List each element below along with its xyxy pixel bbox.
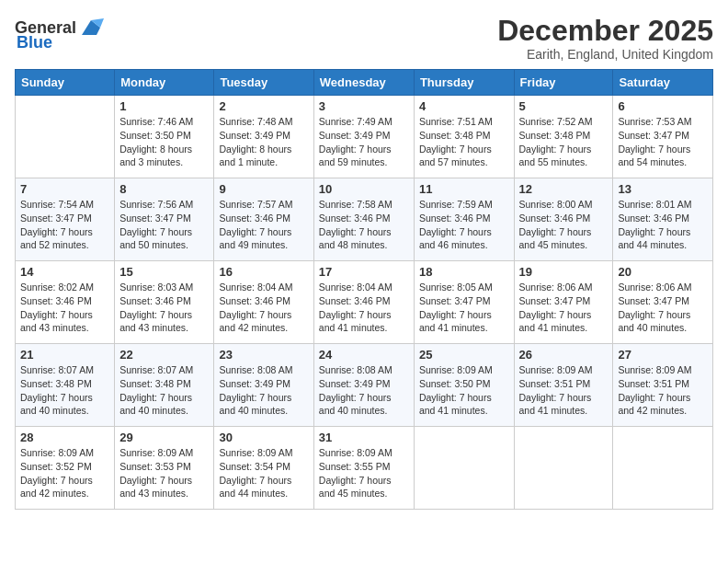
calendar-cell: 24Sunrise: 8:08 AMSunset: 3:49 PMDayligh… bbox=[313, 344, 414, 427]
week-row-2: 14Sunrise: 8:02 AMSunset: 3:46 PMDayligh… bbox=[16, 261, 713, 344]
day-number: 7 bbox=[20, 182, 109, 196]
cell-info: Sunrise: 8:09 AMSunset: 3:51 PMDaylight:… bbox=[519, 364, 593, 416]
calendar-cell bbox=[414, 427, 514, 510]
day-number: 10 bbox=[319, 182, 409, 196]
cell-info: Sunrise: 7:52 AMSunset: 3:48 PMDaylight:… bbox=[519, 116, 593, 167]
calendar-cell: 25Sunrise: 8:09 AMSunset: 3:50 PMDayligh… bbox=[414, 344, 514, 427]
calendar-cell: 23Sunrise: 8:08 AMSunset: 3:49 PMDayligh… bbox=[214, 344, 313, 427]
day-number: 9 bbox=[219, 182, 308, 196]
header-monday: Monday bbox=[115, 70, 214, 96]
cell-info: Sunrise: 8:09 AMSunset: 3:53 PMDaylight:… bbox=[119, 447, 193, 499]
day-number: 13 bbox=[618, 182, 708, 196]
day-number: 21 bbox=[20, 348, 109, 362]
cell-info: Sunrise: 8:02 AMSunset: 3:46 PMDaylight:… bbox=[20, 282, 94, 333]
cell-info: Sunrise: 7:58 AMSunset: 3:46 PMDaylight:… bbox=[319, 199, 392, 250]
day-number: 16 bbox=[219, 265, 308, 279]
day-number: 3 bbox=[319, 99, 409, 113]
calendar-cell: 21Sunrise: 8:07 AMSunset: 3:48 PMDayligh… bbox=[16, 344, 115, 427]
cell-info: Sunrise: 8:01 AMSunset: 3:46 PMDaylight:… bbox=[618, 199, 691, 250]
calendar-cell: 8Sunrise: 7:56 AMSunset: 3:47 PMDaylight… bbox=[115, 178, 214, 261]
calendar-cell: 27Sunrise: 8:09 AMSunset: 3:51 PMDayligh… bbox=[613, 344, 713, 427]
header-sunday: Sunday bbox=[16, 70, 115, 96]
calendar-cell: 7Sunrise: 7:54 AMSunset: 3:47 PMDaylight… bbox=[16, 178, 115, 261]
day-number: 25 bbox=[419, 348, 509, 362]
calendar-cell bbox=[514, 427, 613, 510]
calendar-cell: 20Sunrise: 8:06 AMSunset: 3:47 PMDayligh… bbox=[613, 261, 713, 344]
day-number: 4 bbox=[419, 99, 509, 113]
cell-info: Sunrise: 8:00 AMSunset: 3:46 PMDaylight:… bbox=[519, 199, 593, 250]
calendar-cell: 9Sunrise: 7:57 AMSunset: 3:46 PMDaylight… bbox=[214, 178, 313, 261]
calendar-cell: 4Sunrise: 7:51 AMSunset: 3:48 PMDaylight… bbox=[414, 96, 514, 178]
calendar-cell: 14Sunrise: 8:02 AMSunset: 3:46 PMDayligh… bbox=[16, 261, 115, 344]
cell-info: Sunrise: 7:57 AMSunset: 3:46 PMDaylight:… bbox=[219, 199, 292, 250]
day-number: 12 bbox=[519, 182, 609, 196]
week-row-0: 1Sunrise: 7:46 AMSunset: 3:50 PMDaylight… bbox=[16, 96, 713, 178]
calendar-cell: 22Sunrise: 8:07 AMSunset: 3:48 PMDayligh… bbox=[115, 344, 214, 427]
page-header: General Blue December 2025 Earith, Engla… bbox=[15, 15, 713, 62]
calendar-cell: 28Sunrise: 8:09 AMSunset: 3:52 PMDayligh… bbox=[16, 427, 115, 510]
calendar-cell: 18Sunrise: 8:05 AMSunset: 3:47 PMDayligh… bbox=[414, 261, 514, 344]
cell-info: Sunrise: 7:53 AMSunset: 3:47 PMDaylight:… bbox=[618, 116, 691, 167]
day-number: 22 bbox=[119, 348, 209, 362]
cell-info: Sunrise: 8:07 AMSunset: 3:48 PMDaylight:… bbox=[119, 364, 193, 416]
logo: General Blue bbox=[15, 15, 104, 52]
day-number: 5 bbox=[519, 99, 609, 113]
calendar-cell: 17Sunrise: 8:04 AMSunset: 3:46 PMDayligh… bbox=[313, 261, 414, 344]
cell-info: Sunrise: 8:06 AMSunset: 3:47 PMDaylight:… bbox=[519, 282, 593, 333]
header-wednesday: Wednesday bbox=[313, 70, 414, 96]
cell-info: Sunrise: 8:04 AMSunset: 3:46 PMDaylight:… bbox=[319, 282, 392, 333]
header-tuesday: Tuesday bbox=[214, 70, 313, 96]
calendar-cell: 30Sunrise: 8:09 AMSunset: 3:54 PMDayligh… bbox=[214, 427, 313, 510]
calendar-cell bbox=[613, 427, 713, 510]
day-number: 26 bbox=[519, 348, 609, 362]
cell-info: Sunrise: 7:59 AMSunset: 3:46 PMDaylight:… bbox=[419, 199, 493, 250]
calendar-header-row: SundayMondayTuesdayWednesdayThursdayFrid… bbox=[16, 70, 713, 96]
calendar-cell: 10Sunrise: 7:58 AMSunset: 3:46 PMDayligh… bbox=[313, 178, 414, 261]
cell-info: Sunrise: 7:54 AMSunset: 3:47 PMDaylight:… bbox=[20, 199, 94, 250]
day-number: 19 bbox=[519, 265, 609, 279]
day-number: 18 bbox=[419, 265, 509, 279]
cell-info: Sunrise: 7:56 AMSunset: 3:47 PMDaylight:… bbox=[119, 199, 193, 250]
calendar-cell: 3Sunrise: 7:49 AMSunset: 3:49 PMDaylight… bbox=[313, 96, 414, 178]
day-number: 28 bbox=[20, 431, 109, 444]
calendar-cell: 6Sunrise: 7:53 AMSunset: 3:47 PMDaylight… bbox=[613, 96, 713, 178]
cell-info: Sunrise: 8:06 AMSunset: 3:47 PMDaylight:… bbox=[618, 282, 691, 333]
day-number: 14 bbox=[20, 265, 109, 279]
cell-info: Sunrise: 8:03 AMSunset: 3:46 PMDaylight:… bbox=[119, 282, 193, 333]
header-friday: Friday bbox=[514, 70, 613, 96]
calendar-cell: 19Sunrise: 8:06 AMSunset: 3:47 PMDayligh… bbox=[514, 261, 613, 344]
calendar-cell: 1Sunrise: 7:46 AMSunset: 3:50 PMDaylight… bbox=[115, 96, 214, 178]
cell-info: Sunrise: 7:49 AMSunset: 3:49 PMDaylight:… bbox=[319, 116, 392, 167]
calendar-cell: 5Sunrise: 7:52 AMSunset: 3:48 PMDaylight… bbox=[514, 96, 613, 178]
calendar-cell: 15Sunrise: 8:03 AMSunset: 3:46 PMDayligh… bbox=[115, 261, 214, 344]
week-row-4: 28Sunrise: 8:09 AMSunset: 3:52 PMDayligh… bbox=[16, 427, 713, 510]
calendar-cell: 2Sunrise: 7:48 AMSunset: 3:49 PMDaylight… bbox=[214, 96, 313, 178]
calendar-cell: 11Sunrise: 7:59 AMSunset: 3:46 PMDayligh… bbox=[414, 178, 514, 261]
cell-info: Sunrise: 7:51 AMSunset: 3:48 PMDaylight:… bbox=[419, 116, 493, 167]
day-number: 27 bbox=[618, 348, 708, 362]
cell-info: Sunrise: 7:46 AMSunset: 3:50 PMDaylight:… bbox=[119, 116, 193, 167]
day-number: 30 bbox=[219, 431, 308, 444]
cell-info: Sunrise: 8:09 AMSunset: 3:52 PMDaylight:… bbox=[20, 447, 94, 499]
calendar-table: SundayMondayTuesdayWednesdayThursdayFrid… bbox=[15, 69, 713, 510]
day-number: 17 bbox=[319, 265, 409, 279]
cell-info: Sunrise: 8:05 AMSunset: 3:47 PMDaylight:… bbox=[419, 282, 493, 333]
cell-info: Sunrise: 8:04 AMSunset: 3:46 PMDaylight:… bbox=[219, 282, 292, 333]
logo-icon bbox=[78, 15, 104, 40]
day-number: 6 bbox=[618, 99, 708, 113]
cell-info: Sunrise: 8:09 AMSunset: 3:54 PMDaylight:… bbox=[219, 447, 292, 499]
location: Earith, England, United Kingdom bbox=[497, 47, 713, 62]
cell-info: Sunrise: 7:48 AMSunset: 3:49 PMDaylight:… bbox=[219, 116, 292, 167]
week-row-3: 21Sunrise: 8:07 AMSunset: 3:48 PMDayligh… bbox=[16, 344, 713, 427]
day-number: 1 bbox=[119, 99, 209, 113]
calendar-cell: 12Sunrise: 8:00 AMSunset: 3:46 PMDayligh… bbox=[514, 178, 613, 261]
day-number: 23 bbox=[219, 348, 308, 362]
cell-info: Sunrise: 8:09 AMSunset: 3:51 PMDaylight:… bbox=[618, 364, 691, 416]
calendar-cell: 31Sunrise: 8:09 AMSunset: 3:55 PMDayligh… bbox=[313, 427, 414, 510]
logo-blue: Blue bbox=[17, 33, 52, 52]
day-number: 24 bbox=[319, 348, 409, 362]
calendar-cell: 13Sunrise: 8:01 AMSunset: 3:46 PMDayligh… bbox=[613, 178, 713, 261]
calendar-cell: 29Sunrise: 8:09 AMSunset: 3:53 PMDayligh… bbox=[115, 427, 214, 510]
header-thursday: Thursday bbox=[414, 70, 514, 96]
day-number: 20 bbox=[618, 265, 708, 279]
